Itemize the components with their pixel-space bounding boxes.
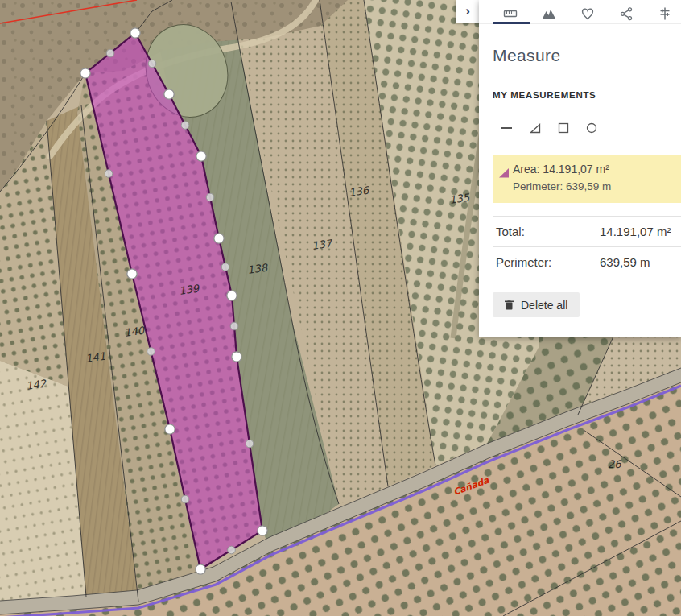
heart-icon[interactable] xyxy=(580,6,595,21)
measurement-result-card[interactable]: Area: 14.191,07 m² Perimeter: 639,59 m xyxy=(493,155,681,203)
delete-all-label: Delete all xyxy=(521,299,568,312)
ruler-icon[interactable] xyxy=(503,6,518,21)
total-value: 14.191,07 m² xyxy=(600,225,671,238)
section-heading: MY MEASUREMENTS xyxy=(493,90,596,100)
app-window: 13513613713813914014114226 Cañada › xyxy=(0,0,681,616)
vertex-handle[interactable] xyxy=(227,291,237,300)
area-value: Area: 14.191,07 m² xyxy=(513,163,609,176)
vertex-handle[interactable] xyxy=(214,234,224,243)
total-label: Total: xyxy=(493,225,525,238)
vertex-handle[interactable] xyxy=(258,526,267,535)
trash-icon xyxy=(505,300,514,310)
share-icon[interactable] xyxy=(619,6,634,21)
perimeter-label: Perimeter: xyxy=(493,255,551,269)
area-tool[interactable] xyxy=(529,122,541,134)
midpoint-handle[interactable] xyxy=(181,122,189,130)
vertex-handle[interactable] xyxy=(130,28,140,38)
perimeter-row: Perimeter: 639,59 m xyxy=(493,246,681,277)
totals-table: Total: 14.191,07 m² Perimeter: 639,59 m xyxy=(479,216,681,277)
rectangle-tool[interactable] xyxy=(557,122,569,134)
midpoint-handle[interactable] xyxy=(221,263,229,271)
midpoint-handle[interactable] xyxy=(181,495,189,503)
vertex-handle[interactable] xyxy=(196,151,206,161)
collapse-panel-button[interactable]: › xyxy=(456,0,480,23)
vertex-handle[interactable] xyxy=(80,68,90,78)
perimeter-total-value: 639,59 m xyxy=(600,255,650,269)
perimeter-value: Perimeter: 639,59 m xyxy=(513,180,611,192)
panel-title: Measure xyxy=(493,46,561,65)
midpoint-handle[interactable] xyxy=(230,322,238,330)
line-tool[interactable] xyxy=(501,122,513,134)
vertex-handle[interactable] xyxy=(165,424,175,434)
filters-icon[interactable] xyxy=(658,6,672,21)
midpoint-handle[interactable] xyxy=(106,49,114,57)
vertex-handle[interactable] xyxy=(196,564,205,574)
circle-tool[interactable] xyxy=(585,122,597,134)
vertex-handle[interactable] xyxy=(232,352,241,362)
midpoint-handle[interactable] xyxy=(147,348,155,356)
total-row: Total: 14.191,07 m² xyxy=(493,216,681,246)
midpoint-handle[interactable] xyxy=(206,193,214,201)
parcel-label: 26 xyxy=(608,458,622,470)
active-tab-underline xyxy=(493,22,530,24)
vertex-handle[interactable] xyxy=(127,269,137,279)
area-triangle-icon xyxy=(498,167,510,179)
vertex-handle[interactable] xyxy=(164,89,174,99)
elevation-profile-icon[interactable] xyxy=(542,6,556,21)
midpoint-handle[interactable] xyxy=(148,60,156,68)
midpoint-handle[interactable] xyxy=(246,440,254,448)
midpoint-handle[interactable] xyxy=(228,546,236,554)
delete-all-button[interactable]: Delete all xyxy=(493,292,580,317)
measure-tools xyxy=(501,121,597,135)
midpoint-handle[interactable] xyxy=(105,170,113,178)
measure-panel: Measure MY MEASUREMENTS Area: 14.191,07 … xyxy=(479,0,681,337)
